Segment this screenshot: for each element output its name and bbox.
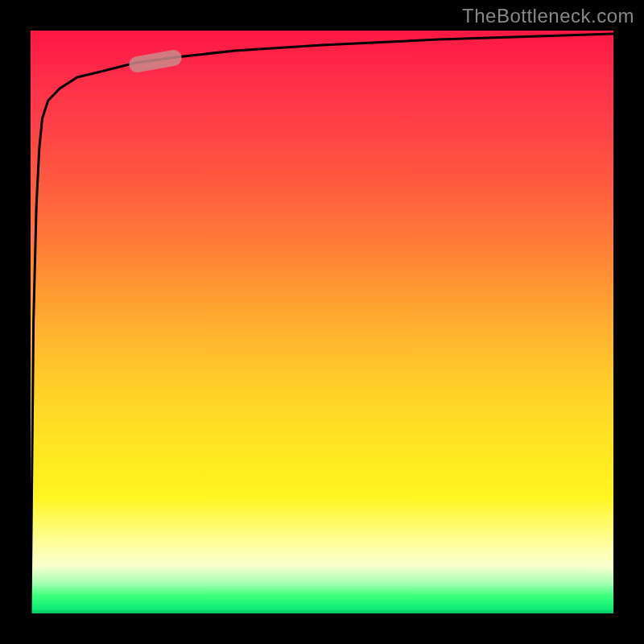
bottom-shade — [31, 609, 613, 613]
curve-svg — [31, 31, 613, 613]
curve-path — [31, 34, 613, 613]
plot-area — [31, 31, 613, 613]
watermark-text: TheBottleneck.com — [462, 5, 634, 27]
chart-container: TheBottleneck.com — [0, 0, 644, 644]
highlight-pill — [128, 48, 183, 73]
